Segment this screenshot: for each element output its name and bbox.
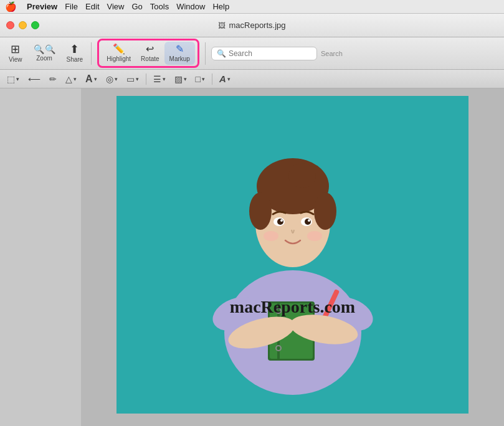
rotate-label: Rotate bbox=[141, 55, 159, 62]
lines-icon: ☰ bbox=[153, 74, 161, 84]
fill-chevron: ▾ bbox=[184, 76, 187, 82]
separator-1 bbox=[91, 42, 92, 65]
menubar: 🍎 Preview File Edit View Go Tools Window… bbox=[0, 0, 504, 14]
selection-icon: ⬚ bbox=[7, 74, 15, 84]
image-container: macReports.com bbox=[116, 96, 468, 414]
menu-view[interactable]: View bbox=[107, 2, 125, 11]
text-tool[interactable]: A ▾ bbox=[82, 72, 100, 86]
highlight-label: Highlight bbox=[107, 55, 131, 62]
search-label: Search bbox=[321, 50, 343, 57]
rect-icon: ▭ bbox=[126, 74, 135, 84]
font-icon: A bbox=[219, 73, 226, 84]
app-name[interactable]: Preview bbox=[27, 2, 57, 11]
menu-help[interactable]: Help bbox=[212, 2, 229, 11]
menu-file[interactable]: File bbox=[65, 2, 78, 11]
shape-tool[interactable]: △ ▾ bbox=[62, 73, 80, 85]
shape-chevron: ▾ bbox=[74, 76, 77, 82]
svg-point-19 bbox=[314, 192, 336, 230]
pencil-icon: ✏ bbox=[49, 74, 57, 84]
border-tool[interactable]: □ ▾ bbox=[193, 73, 208, 85]
close-button[interactable] bbox=[6, 21, 14, 29]
rotate-icon: ↩ bbox=[146, 44, 154, 54]
loupe-icon: ◎ bbox=[106, 74, 113, 84]
share-label: Share bbox=[67, 56, 83, 63]
pencil-tool[interactable]: ✏ bbox=[46, 73, 60, 85]
rect-chevron: ▾ bbox=[136, 76, 139, 82]
loupe-tool[interactable]: ◎ ▾ bbox=[103, 73, 121, 85]
instant-alpha-tool[interactable]: ⟵ bbox=[25, 73, 44, 85]
search-field-wrapper[interactable]: 🔍 bbox=[211, 47, 317, 60]
highlight-icon: ✏️ bbox=[113, 44, 125, 54]
file-icon: 🖼 bbox=[218, 21, 226, 30]
share-icon: ⬆ bbox=[70, 44, 79, 55]
menu-tools[interactable]: Tools bbox=[150, 2, 169, 11]
zoom-out-icon: 🔍 bbox=[34, 45, 44, 54]
loupe-chevron: ▾ bbox=[115, 76, 118, 82]
border-icon: □ bbox=[196, 74, 201, 84]
sec-sep-2 bbox=[212, 73, 212, 85]
svg-point-18 bbox=[249, 192, 272, 230]
canvas-area: macReports.com bbox=[81, 88, 504, 426]
svg-point-27 bbox=[307, 231, 322, 241]
text-chevron: ▾ bbox=[94, 76, 97, 82]
main-toolbar: ⊞ View 🔍 🔍 Zoom ⬆ Share ✏️ Highlight ↩ R… bbox=[0, 37, 504, 70]
font-tool[interactable]: A ▾ bbox=[216, 72, 234, 85]
character-illustration bbox=[181, 108, 405, 395]
zoom-label: Zoom bbox=[36, 55, 52, 62]
search-input[interactable] bbox=[229, 49, 311, 58]
view-label: View bbox=[9, 56, 22, 63]
markup-icon: ✎ bbox=[176, 44, 184, 54]
rotate-button[interactable]: ↩ Rotate bbox=[136, 42, 164, 65]
instant-alpha-icon: ⟵ bbox=[28, 74, 40, 84]
window-title: 🖼 macReports.jpg bbox=[218, 21, 285, 30]
watermark-text: macReports.com bbox=[230, 297, 355, 317]
minimize-button[interactable] bbox=[19, 21, 27, 29]
menu-edit[interactable]: Edit bbox=[85, 2, 99, 11]
rect-tool[interactable]: ▭ ▾ bbox=[123, 73, 142, 85]
share-button[interactable]: ⬆ Share bbox=[62, 41, 88, 65]
svg-point-25 bbox=[308, 219, 310, 222]
markup-button[interactable]: ✎ Markup bbox=[164, 42, 195, 65]
border-chevron: ▾ bbox=[202, 76, 205, 82]
svg-point-17 bbox=[288, 163, 316, 188]
svg-point-21 bbox=[277, 219, 283, 225]
svg-point-22 bbox=[280, 219, 283, 222]
apple-menu[interactable]: 🍎 bbox=[5, 1, 17, 12]
left-panel bbox=[0, 88, 81, 426]
titlebar: 🖼 macReports.jpg bbox=[0, 14, 504, 37]
zoom-in-icon: 🔍 bbox=[45, 45, 55, 54]
search-icon: 🔍 bbox=[217, 49, 226, 58]
view-button[interactable]: ⊞ View bbox=[4, 41, 27, 65]
traffic-lights bbox=[6, 21, 39, 29]
filename-label: macReports.jpg bbox=[229, 21, 285, 30]
shape-icon: △ bbox=[65, 74, 72, 84]
fill-icon: ▨ bbox=[174, 74, 183, 84]
menu-go[interactable]: Go bbox=[131, 2, 142, 11]
selection-chevron: ▾ bbox=[16, 76, 19, 82]
highlight-markup-group: ✏️ Highlight ↩ Rotate ✎ Markup bbox=[97, 39, 199, 68]
main-content: macReports.com bbox=[0, 88, 504, 426]
zoom-button[interactable]: 🔍 🔍 Zoom bbox=[29, 42, 60, 64]
svg-point-24 bbox=[305, 219, 311, 225]
selection-tool[interactable]: ⬚ ▾ bbox=[4, 73, 22, 85]
menu-window[interactable]: Window bbox=[176, 2, 205, 11]
svg-point-26 bbox=[264, 231, 278, 241]
secondary-toolbar: ⬚ ▾ ⟵ ✏ △ ▾ A ▾ ◎ ▾ ▭ ▾ ☰ ▾ ▨ ▾ □ ▾ A ▾ bbox=[0, 70, 504, 88]
fill-tool[interactable]: ▨ ▾ bbox=[171, 73, 190, 85]
text-icon: A bbox=[85, 73, 93, 85]
markup-label: Markup bbox=[169, 55, 190, 62]
sec-sep-1 bbox=[146, 73, 146, 85]
font-chevron: ▾ bbox=[227, 76, 231, 82]
view-icon: ⊞ bbox=[11, 44, 20, 55]
separator-2 bbox=[205, 42, 206, 65]
lines-chevron: ▾ bbox=[163, 76, 166, 82]
lines-tool[interactable]: ☰ ▾ bbox=[150, 73, 169, 85]
fullscreen-button[interactable] bbox=[31, 21, 39, 29]
highlight-button[interactable]: ✏️ Highlight bbox=[102, 42, 136, 65]
